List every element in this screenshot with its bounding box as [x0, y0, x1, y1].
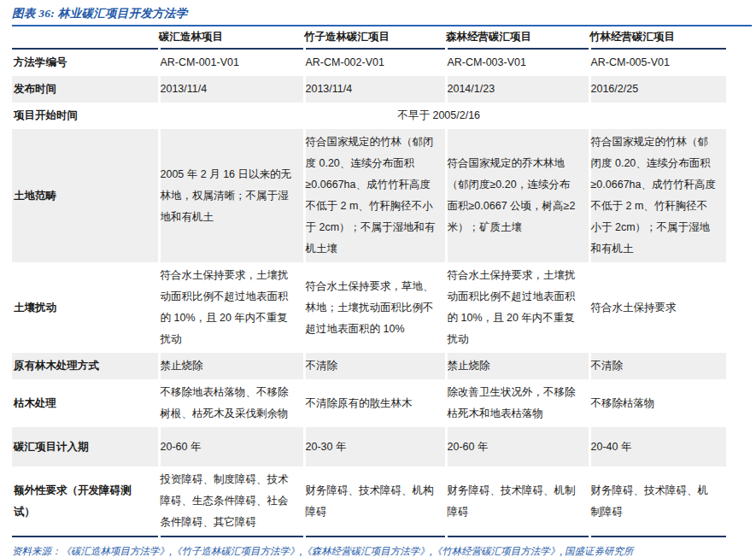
- table-cell: 财务障碍、技术障碍、机制障碍: [589, 466, 726, 536]
- table-cell: 符合水土保持要求，土壤扰动面积比例不超过地表面积的 10%，且 20 年内不重复…: [446, 262, 589, 353]
- table-cell: 符合国家规定的竹林（郁闭度 0.20、连续分布面积≥0.0667ha、成竹竹秆高…: [304, 129, 446, 262]
- row-label: 土地范畴: [12, 129, 159, 262]
- source-note: 资料来源：《碳汇造林项目方法学》,《竹子造林碳汇项目方法学》,《森林经营碳汇项目…: [12, 545, 747, 557]
- table-cell-merged: 不早于 2005/2/16: [159, 103, 726, 129]
- table-row: 碳汇项目计入期 20-60 年 20-30 年 20-60 年 20-40 年: [12, 427, 726, 466]
- table-cell: 20-60 年: [159, 427, 304, 466]
- table-cell: AR-CM-001-V01: [159, 49, 304, 76]
- table-cell: 不清除: [589, 353, 726, 379]
- table-cell: 禁止烧除: [159, 353, 304, 379]
- table-cell: 2013/11/4: [159, 76, 304, 103]
- row-label: 项目开始时间: [12, 103, 159, 129]
- table-cell: 符合国家规定的乔木林地（郁闭度≥0.20，连续分布面积≥0.0667 公顷，树高…: [446, 129, 589, 262]
- table-cell: 符合水土保持要求: [589, 262, 726, 353]
- table-cell: 2005 年 2 月 16 日以来的无林地，权属清晰；不属于湿地和有机土: [159, 129, 304, 262]
- table-row: 额外性要求（开发障碍测试） 投资障碍、制度障碍、技术障碍、生态条件障碍、社会条件…: [12, 466, 726, 536]
- table-cell: 投资障碍、制度障碍、技术障碍、生态条件障碍、社会条件障碍、其它障碍: [159, 466, 304, 536]
- row-label: 发布时间: [12, 76, 159, 103]
- table-cell: 不移除枯落物: [589, 379, 726, 427]
- report-page: 图表 36: 林业碳汇项目开发方法学 碳汇造林项目 竹子造林碳汇项目 森林经营碳…: [0, 0, 756, 557]
- table-header-row: 碳汇造林项目 竹子造林碳汇项目 森林经营碳汇项目 竹林经营碳汇项目: [12, 26, 726, 49]
- corner-cell: [12, 26, 159, 49]
- table-cell: 20-60 年: [446, 427, 589, 466]
- column-header: 竹林经营碳汇项目: [589, 26, 726, 49]
- table-cell: AR-CM-005-V01: [589, 49, 726, 76]
- row-label: 碳汇项目计入期: [12, 427, 159, 466]
- table-cell: 符合水土保持要求，土壤扰动面积比例不超过地表面积的 10%，且 20 年内不重复…: [159, 262, 304, 353]
- table-cell: 符合国家规定的竹林（郁闭度 0.20、连续分布面积≥0.0667ha、成竹竹秆高…: [589, 129, 726, 262]
- table-cell: 财务障碍、技术障碍、机构障碍: [304, 466, 446, 536]
- table-cell: 不移除地表枯落物、不移除树根、枯死木及采伐剩余物: [159, 379, 304, 427]
- row-label: 土壤扰动: [12, 262, 159, 353]
- table-cell: 不清除: [304, 353, 446, 379]
- table-cell: AR-CM-003-V01: [446, 49, 589, 76]
- table-row: 方法学编号 AR-CM-001-V01 AR-CM-002-V01 AR-CM-…: [12, 49, 726, 76]
- table-cell: 2014/1/23: [446, 76, 589, 103]
- table-cell: 20-40 年: [589, 427, 726, 466]
- table-cell: 不清除原有的散生林木: [304, 379, 446, 427]
- table-cell: 2016/2/25: [589, 76, 726, 103]
- table-row: 土壤扰动 符合水土保持要求，土壤扰动面积比例不超过地表面积的 10%，且 20 …: [12, 262, 726, 353]
- table-row: 发布时间 2013/11/4 2013/11/4 2014/1/23 2016/…: [12, 76, 726, 103]
- table-row: 原有林木处理方式 禁止烧除 不清除 禁止烧除 不清除: [12, 353, 726, 379]
- row-label: 枯木处理: [12, 379, 159, 427]
- row-label: 原有林木处理方式: [12, 353, 159, 379]
- methodology-table: 碳汇造林项目 竹子造林碳汇项目 森林经营碳汇项目 竹林经营碳汇项目 方法学编号 …: [12, 26, 726, 537]
- table-cell: 2013/11/4: [304, 76, 446, 103]
- row-label: 额外性要求（开发障碍测试）: [12, 466, 159, 536]
- table-row: 项目开始时间 不早于 2005/2/16: [12, 103, 726, 129]
- table-cell: 20-30 年: [304, 427, 446, 466]
- table-row: 枯木处理 不移除地表枯落物、不移除树根、枯死木及采伐剩余物 不清除原有的散生林木…: [12, 379, 726, 427]
- row-label: 方法学编号: [12, 49, 159, 76]
- table-cell: 禁止烧除: [446, 353, 589, 379]
- column-header: 竹子造林碳汇项目: [304, 26, 446, 49]
- column-header: 森林经营碳汇项目: [446, 26, 589, 49]
- table-cell: 财务障碍、技术障碍、机制障碍: [446, 466, 589, 536]
- table-cell: 符合水土保持要求，草地、林地；土壤扰动面积比例不超过地表面积的 10%: [304, 262, 446, 353]
- table-cell: AR-CM-002-V01: [304, 49, 446, 76]
- figure-36-caption: 图表 36: 林业碳汇项目开发方法学: [12, 6, 756, 21]
- table-row: 土地范畴 2005 年 2 月 16 日以来的无林地，权属清晰；不属于湿地和有机…: [12, 129, 726, 262]
- column-header: 碳汇造林项目: [159, 26, 304, 49]
- table-cell: 除改善卫生状况外，不移除枯死木和地表枯落物: [446, 379, 589, 427]
